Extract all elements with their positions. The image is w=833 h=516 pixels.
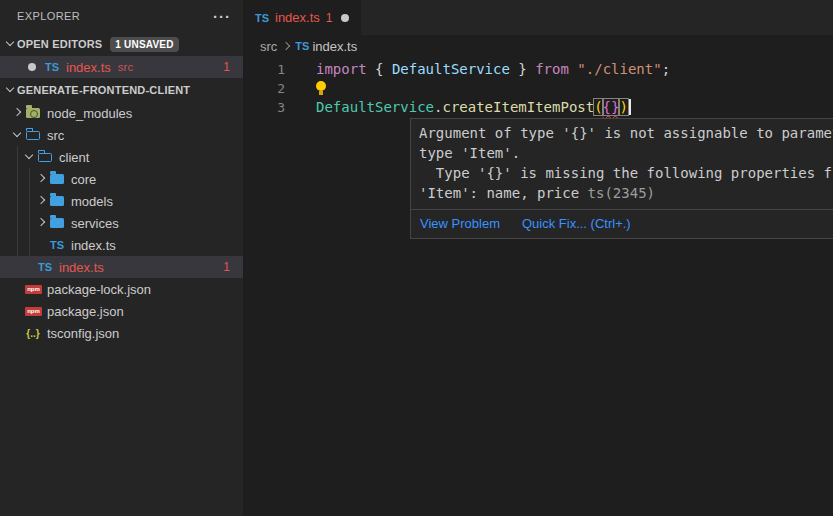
code-text: import { DefaultService } from "./client… — [316, 60, 670, 79]
chevron-right-icon — [34, 216, 48, 230]
workspace-section-header[interactable]: GENERATE-FRONTEND-CLIENT — [0, 78, 243, 102]
tree-item-core[interactable]: core — [0, 168, 243, 190]
tree-item-client-index-ts[interactable]: TS index.ts — [0, 234, 243, 256]
folder-icon — [48, 193, 66, 209]
tree-item-src[interactable]: src — [0, 124, 243, 146]
chevron-right-icon — [34, 172, 48, 186]
tree-item-src-index-ts[interactable]: TS index.ts 1 — [0, 256, 243, 278]
view-problem-link[interactable]: View Problem — [420, 216, 500, 231]
npm-file-icon: npm — [25, 307, 42, 316]
code-line-3: 3 DefaultService.createItemItemPost({}) — [243, 98, 833, 117]
file-tree: node_modules src client core models se — [0, 102, 243, 344]
folder-icon — [48, 171, 66, 187]
chevron-right-icon — [10, 106, 24, 120]
chevron-down-icon — [3, 37, 17, 51]
text-cursor — [629, 99, 631, 115]
tab-index-ts[interactable]: TS index.ts 1 — [243, 0, 361, 35]
typescript-file-icon: TS — [253, 12, 271, 24]
breadcrumb-file[interactable]: index.ts — [312, 39, 357, 54]
code-line-2: 2 — [243, 79, 833, 98]
tree-indent-spacer — [34, 238, 48, 252]
node-modules-folder-icon — [24, 105, 42, 121]
npm-file-icon: npm — [25, 285, 42, 294]
explorer-sidebar: EXPLORER ··· OPEN EDITORS 1 UNSAVED TS i… — [0, 0, 243, 516]
error-hover-widget: Argument of type '{}' is not assignable … — [410, 118, 833, 239]
error-count-badge: 1 — [223, 60, 243, 74]
open-editors-label: OPEN EDITORS — [17, 38, 102, 50]
tree-item-models[interactable]: models — [0, 190, 243, 212]
tab-bar: TS index.ts 1 — [243, 0, 833, 35]
quick-fix-link[interactable]: Quick Fix... (Ctrl+.) — [522, 216, 631, 231]
error-code-ref: ts(2345) — [588, 185, 655, 201]
unsaved-badge: 1 UNSAVED — [110, 37, 178, 52]
workspace-label: GENERATE-FRONTEND-CLIENT — [17, 84, 190, 96]
tree-indent-spacer — [10, 304, 24, 318]
editor-area: TS index.ts 1 src TS index.ts 1 import {… — [243, 0, 833, 516]
folder-icon — [48, 215, 66, 231]
tree-item-tsconfig-json[interactable]: {..} tsconfig.json — [0, 322, 243, 344]
lightbulb-icon[interactable] — [316, 81, 327, 96]
hover-actions: View Problem Quick Fix... (Ctrl+.) — [411, 209, 833, 238]
tree-item-client[interactable]: client — [0, 146, 243, 168]
tree-indent-spacer — [22, 260, 36, 274]
tree-item-services[interactable]: services — [0, 212, 243, 234]
chevron-down-icon — [22, 150, 36, 164]
open-editor-filename: index.ts — [66, 60, 111, 75]
typescript-file-icon: TS — [43, 61, 61, 73]
tab-label: index.ts — [275, 10, 320, 25]
open-editor-path: src — [118, 61, 133, 73]
breadcrumb: src TS index.ts — [243, 35, 833, 57]
line-number: 3 — [243, 98, 285, 117]
tree-indent-spacer — [10, 282, 24, 296]
code-text: DefaultService.createItemItemPost({}) — [316, 98, 631, 117]
open-editors-section-header[interactable]: OPEN EDITORS 1 UNSAVED — [0, 32, 243, 56]
open-editor-item-index-ts[interactable]: TS index.ts src 1 — [0, 56, 243, 78]
unsaved-dot-icon[interactable] — [341, 14, 349, 22]
explorer-title: EXPLORER — [17, 10, 213, 22]
more-actions-icon[interactable]: ··· — [213, 8, 231, 25]
typescript-file-icon: TS — [36, 261, 54, 273]
error-count-badge: 1 — [223, 260, 243, 274]
open-folder-icon — [24, 127, 42, 143]
code-text — [316, 79, 327, 98]
tree-item-node-modules[interactable]: node_modules — [0, 102, 243, 124]
tree-indent-spacer — [10, 326, 24, 340]
breadcrumb-separator-icon — [281, 40, 291, 52]
breadcrumb-folder[interactable]: src — [260, 39, 277, 54]
tree-item-package-json[interactable]: npm package.json — [0, 300, 243, 322]
typescript-file-icon: TS — [48, 239, 66, 251]
error-squiggle: {} — [603, 99, 620, 115]
line-number: 1 — [243, 60, 285, 79]
sidebar-header: EXPLORER ··· — [0, 0, 243, 32]
code-editor[interactable]: 1 import { DefaultService } from "./clie… — [243, 57, 833, 117]
error-message: Argument of type '{}' is not assignable … — [411, 119, 833, 209]
tab-error-count: 1 — [326, 11, 333, 25]
modified-dot-icon — [28, 63, 36, 71]
typescript-file-icon: TS — [295, 40, 309, 52]
line-number: 2 — [243, 79, 285, 98]
code-line-1: 1 import { DefaultService } from "./clie… — [243, 60, 833, 79]
chevron-down-icon — [10, 128, 24, 142]
open-folder-icon — [36, 149, 54, 165]
json-config-file-icon: {..} — [24, 328, 42, 339]
tree-item-package-lock-json[interactable]: npm package-lock.json — [0, 278, 243, 300]
chevron-down-icon — [3, 83, 17, 97]
chevron-right-icon — [34, 194, 48, 208]
